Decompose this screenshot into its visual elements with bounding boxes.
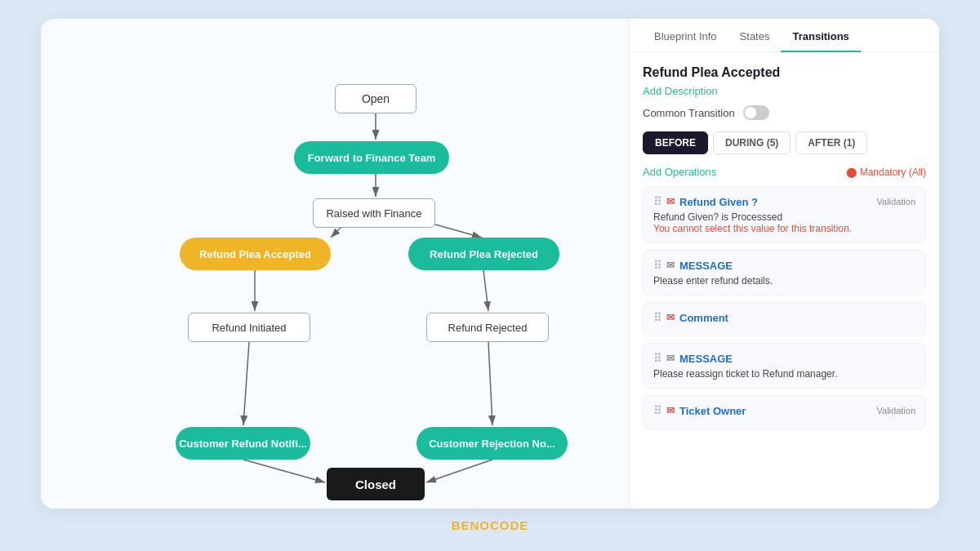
op2-desc: Please enter refund details. [653, 275, 915, 287]
node-refund-rejected[interactable]: Refund Rejected [426, 313, 549, 342]
tab-transitions[interactable]: Transitions [781, 19, 860, 52]
diagram-canvas: Open Forward to Finance Team Raised with… [57, 35, 612, 492]
before-button[interactable]: BEFORE [643, 131, 708, 154]
svg-line-10 [243, 460, 325, 482]
op-card-4[interactable]: ⠿ ✉ MESSAGE Please reassign ticket to Re… [643, 343, 926, 389]
op4-title: MESSAGE [679, 353, 733, 365]
svg-line-9 [488, 342, 492, 425]
node-customer-rejection[interactable]: Customer Rejection No... [416, 427, 568, 460]
op-card-1[interactable]: ⠿ ✉ Refund Given ? Validation Refund Giv… [643, 186, 926, 243]
op1-desc: Refund Given? is Processsed [653, 211, 915, 223]
right-panel: Blueprint Info States Transitions Refund… [629, 19, 939, 509]
common-transition-row: Common Transition [643, 105, 926, 120]
section-title: Refund Plea Accepted [643, 65, 926, 80]
mandatory-label: ⬤ Mandatory (All) [846, 167, 926, 178]
op-card-3[interactable]: ⠿ ✉ Comment [643, 302, 926, 336]
op5-type: Validation [877, 406, 916, 415]
node-accepted[interactable]: Refund Plea Accepted [180, 238, 331, 270]
svg-line-8 [243, 342, 249, 425]
op-card-5[interactable]: ⠿ ✉ Ticket Owner Validation [643, 395, 926, 429]
diagram-panel: Open Forward to Finance Team Raised with… [41, 19, 629, 509]
op5-title: Ticket Owner [679, 405, 746, 417]
node-rejected-plea[interactable]: Refund Plea Rejected [408, 238, 559, 270]
node-refund-initiated[interactable]: Refund Initiated [188, 313, 310, 342]
node-open[interactable]: Open [335, 84, 416, 113]
op-card-2[interactable]: ⠿ ✉ MESSAGE Please enter refund details. [643, 250, 926, 295]
ops-row: Add Operations ⬤ Mandatory (All) [643, 166, 926, 178]
tab-states[interactable]: States [728, 19, 782, 52]
op3-icon: ✉ [666, 312, 675, 323]
drag-handle-1[interactable]: ⠿ [653, 195, 662, 208]
svg-line-7 [483, 270, 488, 311]
op1-title: Refund Given ? [679, 196, 758, 208]
common-transition-toggle[interactable] [743, 105, 769, 120]
add-description-link[interactable]: Add Description [643, 85, 926, 97]
op1-error: You cannot select this value for this tr… [653, 223, 915, 234]
node-closed[interactable]: Closed [327, 468, 425, 500]
common-transition-label: Common Transition [643, 107, 735, 119]
op4-icon: ✉ [666, 353, 675, 364]
right-content: Refund Plea Accepted Add Description Com… [630, 52, 939, 509]
during-button[interactable]: DURING (5) [713, 131, 791, 154]
after-button[interactable]: AFTER (1) [795, 131, 867, 154]
node-customer-refund[interactable]: Customer Refund Notifi... [176, 427, 310, 460]
tab-blueprint-info[interactable]: Blueprint Info [643, 19, 728, 52]
op5-icon: ✉ [666, 405, 675, 416]
drag-handle-4[interactable]: ⠿ [653, 352, 662, 365]
drag-handle-5[interactable]: ⠿ [653, 404, 662, 417]
add-operations-link[interactable]: Add Operations [643, 166, 716, 178]
tabs-row: Blueprint Info States Transitions [630, 19, 939, 52]
svg-line-11 [426, 460, 492, 482]
op3-title: Comment [679, 312, 728, 324]
drag-handle-2[interactable]: ⠿ [653, 259, 662, 272]
op4-desc: Please reassign ticket to Refund manager… [653, 368, 915, 380]
before-during-row: BEFORE DURING (5) AFTER (1) [643, 131, 926, 154]
footer: BENOCODE [452, 518, 529, 532]
brand-name: BENOCODE [452, 518, 529, 532]
node-forward[interactable]: Forward to Finance Team [294, 141, 449, 174]
drag-handle-3[interactable]: ⠿ [653, 311, 662, 324]
op2-icon: ✉ [666, 260, 675, 271]
op1-icon: ✉ [666, 196, 675, 207]
op2-title: MESSAGE [679, 260, 733, 272]
op1-type: Validation [877, 197, 916, 207]
node-raised[interactable]: Raised with Finance [313, 198, 435, 228]
